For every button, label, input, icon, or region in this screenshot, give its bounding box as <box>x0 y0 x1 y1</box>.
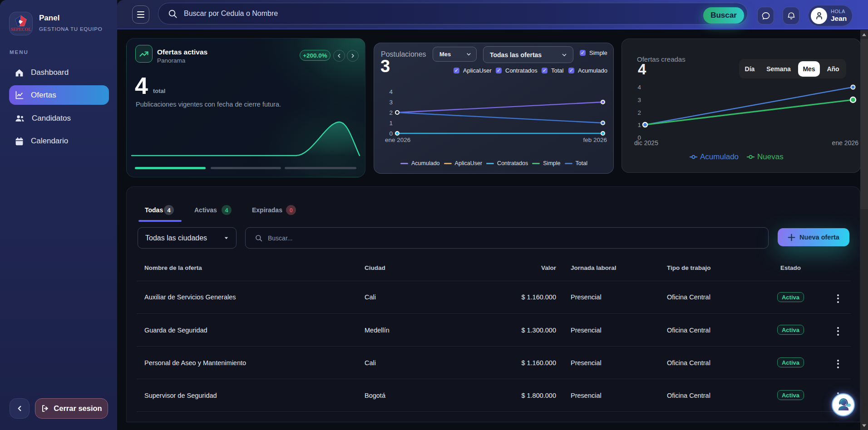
svg-text:4: 4 <box>389 88 393 95</box>
svg-text:SEPECOL: SEPECOL <box>11 27 31 32</box>
svg-text:1: 1 <box>389 120 393 127</box>
svg-text:ene 2026: ene 2026 <box>832 139 859 147</box>
svg-text:dic 2025: dic 2025 <box>634 139 658 147</box>
svg-text:0: 0 <box>389 130 393 137</box>
svg-text:2: 2 <box>637 109 641 116</box>
svg-text:2: 2 <box>389 109 393 116</box>
svg-text:3: 3 <box>637 97 641 103</box>
svg-text:3: 3 <box>389 99 393 106</box>
svg-text:1: 1 <box>637 122 641 128</box>
svg-text:ene 2026: ene 2026 <box>385 137 410 143</box>
svg-text:4: 4 <box>637 84 641 91</box>
svg-text:feb 2026: feb 2026 <box>583 137 607 143</box>
